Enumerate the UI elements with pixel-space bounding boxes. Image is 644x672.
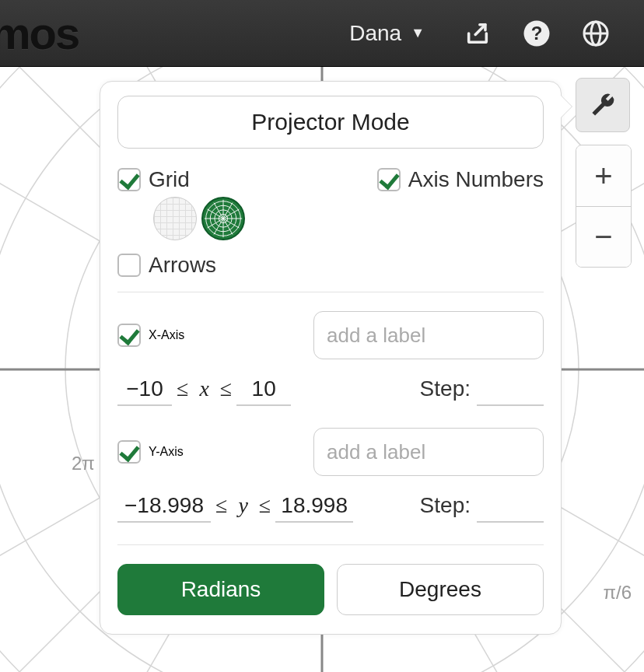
leq-symbol: ≤ — [177, 376, 188, 401]
x-max-input[interactable]: 10 — [236, 373, 291, 406]
username-label: Dana — [349, 21, 401, 46]
axis-numbers-label: Axis Numbers — [408, 167, 544, 192]
x-variable: x — [199, 376, 208, 401]
language-icon[interactable] — [577, 15, 614, 52]
zoom-controls: + − — [576, 145, 632, 268]
settings-button[interactable] — [576, 78, 630, 132]
x-axis-checkbox[interactable] — [117, 324, 141, 347]
leq-symbol: ≤ — [220, 376, 232, 401]
y-max-input[interactable]: 18.998 — [275, 490, 353, 523]
wrench-icon — [590, 92, 616, 118]
graph-settings-panel: Projector Mode Grid Axis Numbers Arr — [100, 81, 562, 635]
leq-symbol: ≤ — [259, 493, 271, 518]
graph-label-pi6: π/6 — [603, 582, 632, 604]
user-menu[interactable]: Dana ▼ — [349, 21, 425, 46]
radians-button[interactable]: Radians — [117, 564, 324, 615]
graph-label-2pi: 2π — [72, 453, 95, 474]
app-header: mos Dana ▼ ? — [0, 0, 644, 67]
grid-label: Grid — [149, 167, 190, 192]
y-axis-settings: Y-Axis −18.998 ≤ y ≤ 18.998 Step: — [117, 428, 544, 523]
zoom-out-button[interactable]: − — [576, 206, 631, 267]
x-axis-settings: X-Axis −10 ≤ x ≤ 10 Step: — [117, 311, 544, 406]
svg-text:?: ? — [531, 22, 543, 43]
divider — [117, 544, 544, 545]
leq-symbol: ≤ — [215, 493, 227, 518]
projector-mode-button[interactable]: Projector Mode — [117, 96, 544, 149]
y-axis-label: Y-Axis — [149, 445, 184, 459]
app-logo: mos — [0, 7, 79, 59]
y-step-label: Step: — [420, 493, 471, 518]
help-icon[interactable]: ? — [518, 15, 555, 52]
divider — [117, 292, 544, 292]
y-variable: y — [238, 493, 247, 518]
y-step-input[interactable] — [477, 491, 544, 523]
axis-numbers-checkbox[interactable] — [377, 168, 401, 191]
degrees-button[interactable]: Degrees — [337, 564, 544, 615]
x-min-input[interactable]: −10 — [117, 373, 172, 406]
polar-grid-icon — [203, 198, 243, 239]
x-step-input[interactable] — [477, 374, 544, 406]
zoom-in-button[interactable]: + — [576, 145, 631, 206]
arrows-checkbox[interactable] — [117, 254, 141, 277]
cartesian-grid-option[interactable] — [153, 197, 197, 240]
y-min-input[interactable]: −18.998 — [117, 490, 211, 523]
graph-controls: + − — [576, 78, 632, 268]
x-step-label: Step: — [420, 376, 471, 401]
polar-grid-option[interactable] — [201, 197, 245, 240]
caret-down-icon: ▼ — [411, 25, 425, 41]
y-axis-label-input[interactable] — [313, 428, 544, 476]
x-axis-label-input[interactable] — [313, 311, 544, 359]
x-axis-label: X-Axis — [149, 328, 184, 342]
y-axis-checkbox[interactable] — [117, 440, 141, 464]
arrows-label: Arrows — [149, 253, 216, 278]
share-icon[interactable] — [459, 15, 496, 52]
grid-checkbox[interactable] — [117, 168, 141, 191]
